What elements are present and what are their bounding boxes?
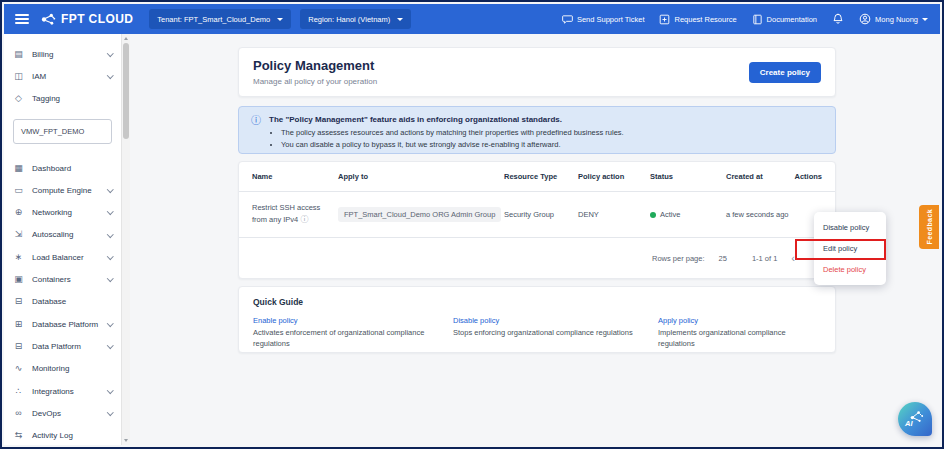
status-cell: Active — [650, 210, 726, 219]
chevron-down-icon — [107, 208, 113, 214]
apply-to-chip: FPT_Smart_Cloud_Demo ORG Admin Group — [338, 207, 501, 222]
quick-guide-card: Quick Guide Enable policy Activates enfo… — [238, 286, 836, 353]
iam-icon: ◫ — [13, 72, 24, 81]
database-platform-icon: ⊞ — [13, 320, 24, 329]
project-selector-value: VMW_FPT_DEMO — [21, 127, 84, 136]
chevron-down-icon — [107, 253, 113, 259]
user-name: Mong Nuong — [875, 15, 918, 24]
containers-icon: ▣ — [13, 275, 24, 284]
col-header-created-at: Created at — [726, 172, 792, 181]
database-icon: ⊟ — [13, 297, 24, 306]
sidebar-item-autoscaling[interactable]: ⇲ Autoscaling — [4, 224, 121, 246]
sidebar-item-tagging[interactable]: ◇ Tagging — [4, 88, 121, 110]
tenant-selector[interactable]: Tenant: FPT_Smart_Cloud_Demo — [149, 9, 291, 29]
notification-bell-icon[interactable] — [832, 13, 844, 25]
banner-bullet-list: The policy assesses resources and action… — [269, 128, 624, 149]
banner-bullet: The policy assesses resources and action… — [281, 128, 624, 137]
sidebar-item-compute-engine[interactable]: ▭ Compute Engine — [4, 179, 121, 201]
policy-table-card: Name Apply to Resource Type Policy actio… — [238, 161, 836, 279]
sidebar-item-database[interactable]: ⊟ Database — [4, 291, 121, 313]
policy-name-cell: Restrict SSH access from any IPv4 ⓘ — [252, 203, 330, 226]
sidebar-item-devops[interactable]: ∞ DevOps — [4, 402, 121, 424]
integrations-icon: ∴ — [13, 387, 24, 396]
menu-item-delete-policy[interactable]: Delete policy — [814, 259, 886, 280]
resource-type-cell: Security Group — [504, 210, 578, 219]
documentation-label: Documentation — [767, 15, 817, 24]
chevron-down-icon — [107, 342, 113, 348]
sidebar-item-data-platform[interactable]: ⊟ Data Platform — [4, 335, 121, 357]
rows-per-page-value: 25 — [719, 254, 727, 263]
chevron-down-icon — [107, 387, 113, 393]
sidebar-item-integrations[interactable]: ∴ Integrations — [4, 380, 121, 402]
top-navbar: FPT CLOUD Tenant: FPT_Smart_Cloud_Demo R… — [4, 4, 940, 34]
request-resource-link[interactable]: Request Resource — [659, 14, 736, 25]
fpt-cloud-logo: FPT CLOUD — [41, 12, 133, 27]
col-header-policy-action: Policy action — [578, 172, 650, 181]
project-selector[interactable]: VMW_FPT_DEMO — [13, 119, 112, 144]
col-header-name: Name — [252, 172, 338, 181]
rows-per-page-selector[interactable]: 25 — [719, 254, 738, 263]
request-resource-icon — [659, 14, 670, 25]
caret-down-icon — [277, 18, 283, 21]
sidebar-item-networking[interactable]: ⊕ Networking — [4, 201, 121, 223]
pagination-range: 1-1 of 1 — [752, 254, 777, 263]
col-header-resource-type: Resource Type — [504, 172, 578, 181]
sidebar-item-containers[interactable]: ▣ Containers — [4, 268, 121, 290]
sidebar-item-iam[interactable]: ◫ IAM — [4, 65, 121, 87]
created-at-cell: a few seconds ago — [726, 210, 792, 219]
load-balancer-icon: ∗ — [13, 253, 24, 262]
scrollbar-thumb[interactable] — [123, 43, 129, 139]
disable-policy-desc: Stops enforcing organizational complianc… — [453, 328, 658, 339]
documentation-link[interactable]: Documentation — [752, 14, 817, 25]
guide-item-apply-policy: Apply policy Implements organizational c… — [658, 316, 821, 349]
info-banner: ⓘ The "Policy Management" feature aids i… — [238, 106, 836, 154]
page-title: Policy Management — [253, 58, 377, 73]
feedback-tab[interactable]: Feedback — [919, 205, 939, 249]
chevron-down-icon — [107, 275, 113, 281]
logo-text: FPT CLOUD — [61, 12, 133, 26]
ai-assistant-button[interactable]: AI — [898, 402, 932, 436]
sidebar-item-activity-log[interactable]: ⇆ Activity Log — [4, 424, 121, 445]
chevron-down-icon — [107, 186, 113, 192]
sidebar-item-database-platform[interactable]: ⊞ Database Platform — [4, 313, 121, 335]
enable-policy-link[interactable]: Enable policy — [253, 316, 453, 325]
previous-page-icon[interactable]: ‹ — [791, 253, 795, 264]
tenant-label: Tenant: FPT_Smart_Cloud_Demo — [157, 15, 270, 24]
send-support-ticket-link[interactable]: Send Support Ticket — [562, 14, 645, 25]
sidebar-item-dashboard[interactable]: ▦ Dashboard — [4, 157, 121, 179]
sidebar-scrollbar[interactable] — [121, 34, 130, 445]
menu-icon[interactable] — [15, 14, 29, 24]
chevron-down-icon — [107, 320, 113, 326]
request-resource-label: Request Resource — [674, 15, 736, 24]
policy-name: Restrict SSH access from any IPv4 — [252, 203, 320, 224]
table-row: Restrict SSH access from any IPv4 ⓘ FPT_… — [239, 192, 835, 238]
feedback-label: Feedback — [926, 209, 933, 245]
info-icon[interactable]: ⓘ — [300, 215, 308, 224]
col-header-apply-to: Apply to — [338, 172, 504, 181]
sidebar-item-billing[interactable]: ▤ Billing — [4, 43, 121, 65]
menu-item-edit-policy[interactable]: Edit policy — [814, 238, 886, 259]
dashboard-icon: ▦ — [13, 164, 24, 173]
page-subtitle: Manage all policy of your operation — [253, 77, 377, 86]
monitoring-icon: ∿ — [13, 364, 24, 373]
guide-item-enable-policy: Enable policy Activates enforcement of o… — [253, 316, 453, 349]
banner-bullet: You can disable a policy to bypass it, b… — [281, 140, 624, 149]
chevron-down-icon — [107, 50, 113, 56]
sidebar-item-load-balancer[interactable]: ∗ Load Balancer — [4, 246, 121, 268]
quick-guide-title: Quick Guide — [253, 297, 821, 307]
user-menu[interactable]: Mong Nuong — [859, 13, 928, 25]
enable-policy-desc: Activates enforcement of organizational … — [253, 328, 453, 349]
disable-policy-link[interactable]: Disable policy — [453, 316, 658, 325]
sidebar-item-monitoring[interactable]: ∿ Monitoring — [4, 358, 121, 380]
data-platform-icon: ⊟ — [13, 342, 24, 351]
policy-action-cell: DENY — [578, 210, 650, 219]
create-policy-button[interactable]: Create policy — [749, 62, 821, 83]
menu-item-disable-policy[interactable]: Disable policy — [814, 217, 886, 238]
scroll-up-icon[interactable] — [124, 37, 128, 40]
billing-icon: ▤ — [13, 50, 24, 59]
scroll-down-icon[interactable] — [124, 439, 128, 442]
region-selector[interactable]: Region: Hanoi (Vietnam) — [300, 9, 411, 29]
status-active-dot — [650, 212, 656, 218]
apply-policy-link[interactable]: Apply policy — [658, 316, 821, 325]
ai-label: AI — [905, 419, 913, 428]
